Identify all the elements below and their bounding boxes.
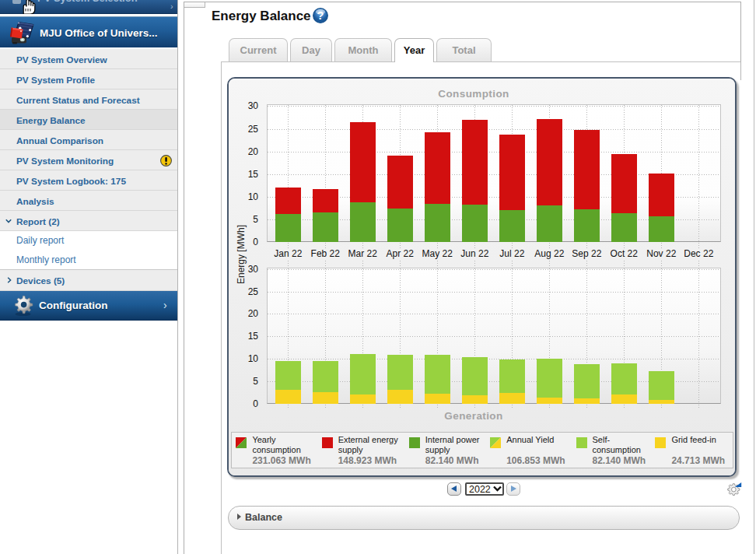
svg-text:?: ? [317, 9, 324, 22]
